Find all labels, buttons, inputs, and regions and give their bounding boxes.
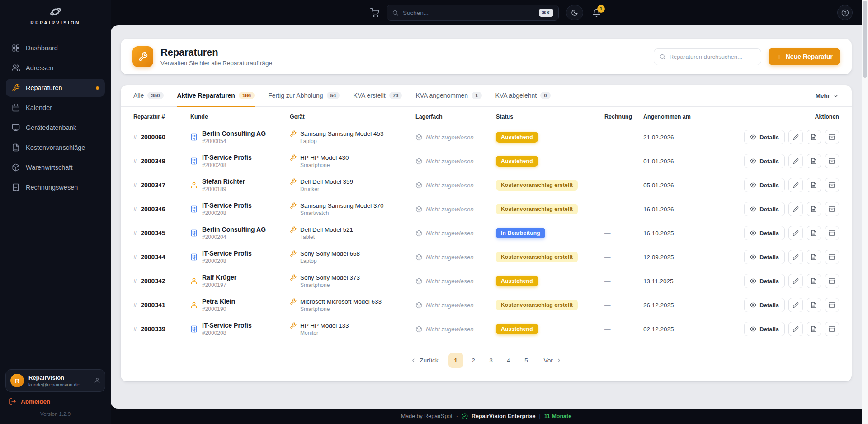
page-button[interactable]: 5 (519, 353, 534, 368)
document-button[interactable] (807, 250, 821, 264)
archive-button[interactable] (825, 250, 839, 264)
page-titles: Reparaturen Verwalten Sie hier alle Repa… (160, 47, 272, 67)
device-name: Samsung Samsung Model 453 (300, 130, 384, 137)
document-button[interactable] (807, 322, 821, 336)
tab[interactable]: Alle 350 (133, 85, 164, 107)
repairs-search-input[interactable] (670, 53, 756, 60)
sidebar-item-label: Rechnungswesen (26, 184, 78, 191)
scrollbar-thumb[interactable] (863, 1, 867, 78)
edit-button[interactable] (788, 130, 803, 144)
edit-button[interactable] (788, 178, 803, 192)
sidebar-item-geraetedatenbank[interactable]: Gerätedatenbank (6, 119, 105, 137)
device-name: Samsung Samsung Model 370 (300, 202, 384, 209)
user-card[interactable]: R RepairVision kunde@repairvision.de (5, 369, 105, 392)
repair-number-cell: # 2000342 (133, 277, 190, 285)
prev-page-button[interactable]: Zurück (406, 354, 443, 367)
details-button[interactable]: Details (744, 274, 785, 288)
edit-button[interactable] (788, 250, 803, 264)
invoice-value: — (604, 278, 611, 285)
next-page-button[interactable]: Vor (539, 354, 566, 367)
global-search-input[interactable] (403, 10, 535, 16)
edit-button[interactable] (788, 322, 803, 336)
archive-button[interactable] (825, 130, 839, 144)
accepted-date: 26.12.2025 (643, 302, 674, 309)
accepted-cell: 16.10.2025 (643, 230, 744, 237)
sidebar: REPAIRVISION Dashboard Adressen Reparatu… (0, 0, 111, 424)
details-button[interactable]: Details (744, 250, 785, 264)
details-button[interactable]: Details (744, 154, 785, 168)
global-search[interactable]: ⌘K (387, 5, 559, 21)
details-button[interactable]: Details (744, 202, 785, 216)
sidebar-item-warenwirtschaft[interactable]: Warenwirtschaft (6, 158, 105, 176)
eye-icon (750, 158, 756, 164)
page-button[interactable]: 2 (466, 353, 481, 368)
document-button[interactable] (807, 202, 821, 216)
archive-button[interactable] (825, 178, 839, 192)
details-button[interactable]: Details (744, 178, 785, 192)
more-tabs-button[interactable]: Mehr (816, 85, 839, 106)
accepted-date: 12.09.2025 (643, 254, 674, 261)
tab[interactable]: KVA angenommen 1 (415, 85, 481, 107)
invoice-value: — (604, 302, 611, 309)
edit-button[interactable] (788, 226, 803, 240)
details-label: Details (760, 134, 779, 141)
tab[interactable]: KVA abgelehnt 0 (495, 85, 551, 107)
device-name: Microsoft Microsoft Model 633 (300, 298, 382, 305)
details-button[interactable]: Details (744, 226, 785, 240)
details-label: Details (760, 302, 779, 309)
page-button[interactable]: 4 (501, 353, 516, 368)
tab[interactable]: Fertig zur Abholung 54 (268, 85, 340, 107)
repairs-search[interactable] (654, 48, 761, 65)
archive-button[interactable] (825, 226, 839, 240)
device-cell: HP HP Model 430 Smartphone (290, 154, 415, 168)
device-type: Laptop (290, 258, 415, 264)
edit-button[interactable] (788, 202, 803, 216)
document-button[interactable] (807, 226, 821, 240)
notifications-button[interactable]: 1 (592, 9, 601, 17)
document-button[interactable] (807, 178, 821, 192)
sidebar-item-kostenvoranschlaege[interactable]: Kostenvoranschläge (6, 138, 105, 157)
page-button[interactable]: 1 (448, 353, 463, 368)
customer-number: #2000197 (202, 282, 236, 288)
sidebar-item-kalender[interactable]: Kalender (6, 99, 105, 117)
sidebar-item-dashboard[interactable]: Dashboard (6, 39, 105, 57)
edit-button[interactable] (788, 298, 803, 312)
storage-label: Nicht zugewiesen (426, 254, 474, 261)
customer-number: #2000208 (202, 162, 252, 168)
details-button[interactable]: Details (744, 322, 785, 336)
tab[interactable]: KVA erstellt 73 (353, 85, 402, 107)
page-button[interactable]: 3 (484, 353, 499, 368)
accepted-date: 21.02.2026 (643, 134, 674, 141)
logout-button[interactable]: Abmelden (5, 392, 54, 406)
customer-name: IT-Service Profis (202, 250, 252, 257)
device-wrench-icon (290, 298, 297, 305)
hash-icon: # (133, 158, 137, 165)
document-button[interactable] (807, 274, 821, 288)
new-repair-button[interactable]: Neue Reparatur (769, 48, 840, 65)
actions-cell: Details (744, 298, 839, 312)
tab-label: Fertig zur Abholung (268, 92, 323, 99)
edit-button[interactable] (788, 154, 803, 168)
cart-button[interactable] (370, 8, 379, 17)
device-wrench-icon (290, 130, 297, 137)
document-button[interactable] (807, 130, 821, 144)
sidebar-item-adressen[interactable]: Adressen (6, 59, 105, 77)
details-button[interactable]: Details (744, 130, 785, 144)
tab[interactable]: Aktive Reparaturen 186 (177, 85, 255, 107)
tab-list: Alle 350 Aktive Reparaturen 186 Fertig z… (133, 85, 551, 106)
sidebar-item-reparaturen[interactable]: Reparaturen (6, 79, 105, 97)
tab-count: 350 (147, 92, 163, 99)
archive-button[interactable] (825, 322, 839, 336)
help-button[interactable] (837, 5, 853, 20)
users-icon (12, 64, 20, 72)
document-button[interactable] (807, 154, 821, 168)
archive-button[interactable] (825, 154, 839, 168)
document-button[interactable] (807, 298, 821, 312)
theme-toggle-button[interactable] (566, 5, 583, 20)
details-button[interactable]: Details (744, 298, 785, 312)
archive-button[interactable] (825, 298, 839, 312)
sidebar-item-rechnungswesen[interactable]: Rechnungswesen (6, 178, 105, 196)
archive-button[interactable] (825, 202, 839, 216)
archive-button[interactable] (825, 274, 839, 288)
edit-button[interactable] (788, 274, 803, 288)
